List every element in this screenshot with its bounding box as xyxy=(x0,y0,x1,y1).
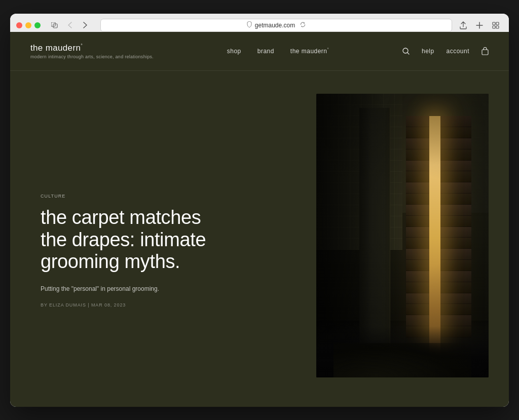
share-button[interactable] xyxy=(456,20,470,31)
site-nav: shop brand the maudern° xyxy=(227,47,329,55)
search-action[interactable] xyxy=(402,48,410,55)
browser-window: getmaude.com xyxy=(10,14,509,407)
window-light xyxy=(429,116,440,360)
refresh-icon[interactable] xyxy=(300,22,306,28)
svg-line-7 xyxy=(407,53,409,54)
article-category: CULTURE xyxy=(41,194,291,199)
svg-rect-2 xyxy=(493,22,495,25)
site-main: CULTURE the carpet matches the drapes: i… xyxy=(10,71,509,400)
article-image-area xyxy=(316,71,509,400)
nav-maudern-text: the maudern xyxy=(290,48,327,55)
security-icon xyxy=(247,21,252,29)
svg-rect-3 xyxy=(496,22,499,25)
article-image xyxy=(316,94,489,377)
article-content: CULTURE the carpet matches the drapes: i… xyxy=(10,71,316,400)
traffic-lights xyxy=(16,22,41,28)
logo-name: the maudern° xyxy=(30,43,154,53)
room-scene xyxy=(316,94,489,377)
article-subtitle: Putting the "personal" in personal groom… xyxy=(41,284,203,293)
nav-maudern-sup: ° xyxy=(327,47,329,52)
article-title: the carpet matches the drapes: intimate … xyxy=(41,207,223,273)
bottom-stones xyxy=(333,343,471,377)
help-action[interactable]: help xyxy=(422,48,434,55)
logo-text: the maudern xyxy=(30,43,81,53)
browser-nav-buttons xyxy=(48,20,92,31)
new-tab-button[interactable] xyxy=(472,20,487,31)
address-bar[interactable]: getmaude.com xyxy=(100,19,452,32)
header-actions: help account xyxy=(402,47,489,55)
website: the maudern° modern intimacy through art… xyxy=(10,32,509,407)
article-byline: BY ELIZA DUMAIS | MAR 08, 2023 xyxy=(41,302,291,308)
browser-actions xyxy=(456,20,503,31)
close-button[interactable] xyxy=(16,22,22,28)
site-logo[interactable]: the maudern° modern intimacy through art… xyxy=(30,43,154,59)
svg-point-6 xyxy=(403,48,408,53)
tabs-button[interactable] xyxy=(489,20,503,31)
account-action[interactable]: account xyxy=(447,48,469,55)
tab-icon xyxy=(48,20,62,31)
logo-superscript: ° xyxy=(81,43,83,48)
back-button[interactable] xyxy=(63,20,77,31)
bag-action[interactable] xyxy=(481,47,489,55)
forward-button[interactable] xyxy=(78,20,92,31)
nav-brand[interactable]: brand xyxy=(257,48,274,55)
browser-chrome: getmaude.com xyxy=(10,14,509,32)
minimize-button[interactable] xyxy=(25,22,31,28)
nav-maudern[interactable]: the maudern° xyxy=(290,47,329,55)
nav-shop[interactable]: shop xyxy=(227,48,241,55)
svg-rect-5 xyxy=(496,26,499,28)
browser-titlebar: getmaude.com xyxy=(16,19,503,32)
url-text: getmaude.com xyxy=(255,22,295,29)
maximize-button[interactable] xyxy=(34,22,41,28)
svg-rect-4 xyxy=(493,26,495,28)
site-header: the maudern° modern intimacy through art… xyxy=(10,32,509,71)
logo-tagline: modern intimacy through arts, science, a… xyxy=(30,54,154,59)
svg-rect-8 xyxy=(482,50,488,55)
